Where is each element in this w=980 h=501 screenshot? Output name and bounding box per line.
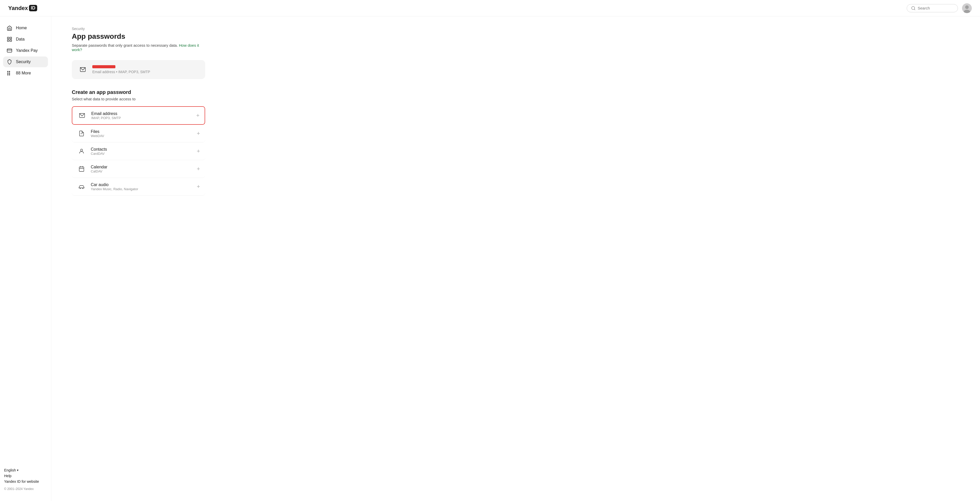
existing-card-info: Email address • IMAP, POP3, SMTP	[92, 65, 150, 74]
svg-point-16	[9, 75, 10, 75]
svg-point-11	[8, 71, 8, 72]
existing-password-mask	[92, 65, 115, 68]
security-icon	[7, 59, 12, 65]
files-item-title: Files	[91, 129, 192, 134]
app-item-email[interactable]: Email address IMAP, POP3, SMTP +	[72, 106, 205, 125]
svg-rect-5	[8, 37, 9, 39]
svg-point-20	[81, 149, 83, 151]
calendar-item-sub: CalDAV	[91, 169, 192, 173]
contacts-add-icon: +	[197, 148, 200, 155]
calendar-item-title: Calendar	[91, 165, 192, 169]
sidebar-item-more[interactable]: 88 More	[3, 68, 48, 78]
svg-rect-6	[10, 37, 11, 39]
page-title: App passwords	[72, 32, 959, 41]
copyright: © 2001–2024 Yandex	[4, 487, 47, 491]
logo[interactable]: Yandex ID	[8, 5, 37, 11]
sidebar-item-label-pay: Yandex Pay	[16, 48, 38, 53]
svg-point-13	[8, 73, 8, 73]
search-input[interactable]	[918, 6, 954, 10]
sidebar-item-label-security: Security	[16, 59, 31, 64]
car-audio-add-icon: +	[197, 183, 200, 190]
car-audio-icon	[77, 182, 86, 191]
email-add-icon: +	[196, 112, 199, 119]
app-item-calendar[interactable]: Calendar CalDAV +	[72, 160, 205, 178]
yandex-id-website-link[interactable]: Yandex ID for website	[4, 479, 47, 483]
contacts-item-title: Contacts	[91, 147, 192, 152]
search-box[interactable]	[907, 4, 958, 12]
header: Yandex ID	[0, 0, 980, 16]
sidebar: Home Data Yandex Pay Security	[0, 16, 51, 501]
sidebar-item-label-more: 88 More	[16, 71, 31, 75]
home-icon	[7, 25, 12, 31]
create-section-title: Create an app password	[72, 89, 959, 95]
page-description: Separate passwords that only grant acces…	[72, 43, 205, 52]
calendar-item-info: Calendar CalDAV	[91, 165, 192, 173]
app-item-files[interactable]: Files WebDAV +	[72, 125, 205, 142]
data-icon	[7, 37, 12, 42]
car-audio-item-sub: Yandex Music, Radio, Navigator	[91, 187, 192, 191]
sidebar-item-home[interactable]: Home	[3, 22, 48, 34]
contacts-item-info: Contacts CardDAV	[91, 147, 192, 156]
app-item-car-audio[interactable]: Car audio Yandex Music, Radio, Navigator…	[72, 178, 205, 196]
main-content: Security App passwords Separate password…	[51, 16, 980, 501]
existing-password-card[interactable]: Email address • IMAP, POP3, SMTP	[72, 60, 205, 79]
pay-icon	[7, 48, 12, 53]
logo-text: Yandex	[8, 5, 28, 11]
contacts-item-sub: CardDAV	[91, 152, 192, 156]
language-chevron-icon: ▾	[17, 468, 19, 472]
contacts-icon	[77, 147, 86, 156]
svg-rect-8	[10, 40, 11, 41]
svg-rect-21	[79, 167, 84, 171]
page-desc-text: Separate passwords that only grant acces…	[72, 43, 178, 48]
app-item-contacts[interactable]: Contacts CardDAV +	[72, 142, 205, 160]
sidebar-item-label-home: Home	[16, 26, 27, 30]
language-label: English	[4, 468, 16, 472]
calendar-add-icon: +	[197, 166, 200, 172]
existing-card-sub: Email address • IMAP, POP3, SMTP	[92, 70, 150, 74]
files-add-icon: +	[197, 130, 200, 137]
language-selector[interactable]: English ▾	[4, 468, 47, 472]
svg-point-15	[8, 75, 8, 75]
svg-point-26	[83, 188, 83, 189]
files-item-sub: WebDAV	[91, 134, 192, 138]
sidebar-item-yandex-pay[interactable]: Yandex Pay	[3, 45, 48, 56]
create-section-desc: Select what data to provide access to	[72, 97, 959, 101]
svg-point-25	[80, 188, 81, 189]
sidebar-nav: Home Data Yandex Pay Security	[0, 22, 51, 78]
breadcrumb: Security	[72, 27, 959, 31]
calendar-icon	[77, 164, 86, 174]
search-icon	[911, 6, 916, 11]
avatar[interactable]	[962, 3, 972, 13]
files-item-info: Files WebDAV	[91, 129, 192, 138]
layout: Home Data Yandex Pay Security	[0, 16, 980, 501]
car-audio-item-info: Car audio Yandex Music, Radio, Navigator	[91, 182, 192, 191]
existing-card-email-icon	[78, 65, 88, 75]
sidebar-item-security[interactable]: Security	[3, 56, 48, 67]
logo-id: ID	[29, 5, 37, 11]
svg-point-3	[965, 5, 969, 9]
svg-point-14	[9, 73, 10, 73]
email-item-info: Email address IMAP, POP3, SMTP	[91, 112, 191, 120]
app-items-list: Email address IMAP, POP3, SMTP + Files W…	[72, 106, 205, 196]
email-icon	[78, 111, 87, 120]
files-icon	[77, 129, 86, 138]
sidebar-footer: English ▾ Help Yandex ID for website © 2…	[0, 468, 51, 495]
sidebar-item-data[interactable]: Data	[3, 34, 48, 45]
email-item-sub: IMAP, POP3, SMTP	[91, 116, 191, 120]
more-icon	[7, 70, 12, 76]
header-right	[907, 3, 972, 13]
email-item-title: Email address	[91, 112, 191, 116]
svg-rect-7	[8, 40, 9, 41]
help-link[interactable]: Help	[4, 474, 47, 478]
car-audio-item-title: Car audio	[91, 182, 192, 187]
svg-line-1	[914, 9, 915, 10]
sidebar-item-label-data: Data	[16, 37, 25, 41]
svg-point-12	[9, 71, 10, 72]
svg-rect-9	[7, 49, 12, 53]
